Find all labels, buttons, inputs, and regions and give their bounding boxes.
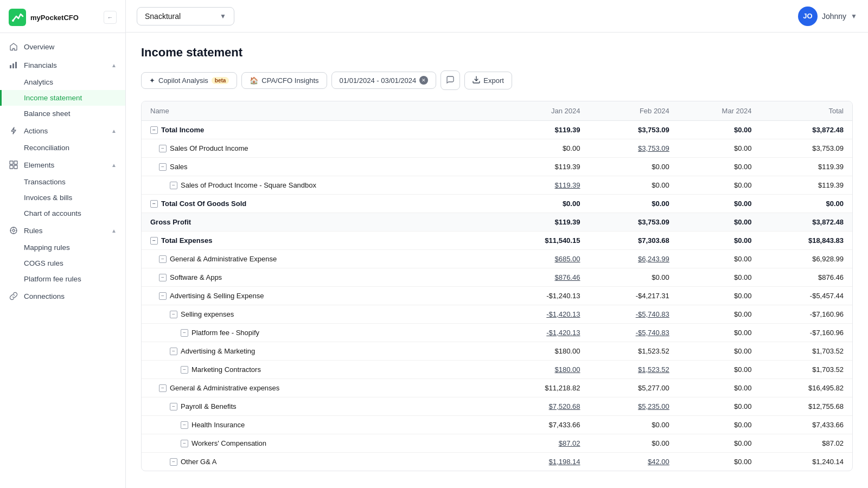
elements-chevron: ▲: [111, 162, 117, 168]
cell-feb[interactable]: $42.00: [589, 453, 678, 471]
cell-link[interactable]: -$5,740.83: [636, 329, 669, 337]
name-cell-content: Gross Profit: [150, 218, 488, 226]
date-clear-button[interactable]: ✕: [419, 76, 428, 85]
sidebar-item-transactions[interactable]: Transactions: [0, 174, 125, 190]
copilot-analysis-button[interactable]: ✦ Copilot Analysis beta: [141, 72, 237, 89]
collapse-row-button[interactable]: −: [170, 458, 177, 466]
cell-jan[interactable]: $87.02: [497, 434, 589, 453]
sidebar-collapse-button[interactable]: ←: [104, 11, 117, 24]
collapse-row-button[interactable]: −: [170, 311, 177, 318]
cell-link[interactable]: -$5,740.83: [636, 310, 669, 318]
collapse-row-button[interactable]: −: [150, 200, 158, 208]
sidebar-item-analytics[interactable]: Analytics: [0, 74, 125, 90]
collapse-row-button[interactable]: −: [159, 384, 167, 392]
cell-link[interactable]: $119.39: [554, 181, 580, 189]
cell-jan[interactable]: $1,198.14: [497, 453, 589, 471]
cell-feb[interactable]: $1,523.52: [589, 361, 678, 379]
cell-feb[interactable]: $3,753.09: [589, 139, 678, 158]
cell-link[interactable]: $5,235.00: [638, 402, 669, 410]
page-title: Income statement: [141, 46, 853, 60]
cpa-insights-button[interactable]: 🏠 CPA/CFO Insights: [241, 72, 327, 89]
name-cell-content: −Total Expenses: [150, 236, 488, 245]
collapse-row-button[interactable]: −: [181, 440, 188, 447]
cell-name: −Marketing Contractors: [142, 361, 497, 379]
cell-link[interactable]: $87.02: [559, 439, 580, 447]
sidebar-item-invoices-bills[interactable]: Invoices & bills: [0, 190, 125, 206]
copilot-label: Copilot Analysis: [158, 76, 208, 85]
cell-feb[interactable]: -$5,740.83: [589, 305, 678, 324]
cell-link[interactable]: $3,753.09: [638, 144, 669, 152]
cell-feb[interactable]: -$5,740.83: [589, 324, 678, 342]
cell-jan[interactable]: $180.00: [497, 361, 589, 379]
collapse-row-button[interactable]: −: [170, 348, 177, 355]
cell-link[interactable]: $7,520.68: [549, 402, 580, 410]
export-button[interactable]: Export: [464, 72, 512, 89]
company-selector[interactable]: Snacktural ▼: [137, 7, 234, 25]
collapse-row-button[interactable]: −: [159, 163, 167, 171]
cell-name: −Software & Apps: [142, 268, 497, 287]
collapse-icon: ←: [107, 14, 113, 21]
name-cell-content: −Other G& A: [170, 458, 488, 466]
sidebar-group-elements[interactable]: Elements ▲: [0, 156, 125, 174]
comment-icon: [446, 75, 455, 86]
sidebar-item-platform-fee-rules[interactable]: Platform fee rules: [0, 271, 125, 287]
cell-total: $3,872.48: [761, 213, 852, 232]
cell-jan[interactable]: $685.00: [497, 250, 589, 268]
collapse-row-button[interactable]: −: [181, 329, 188, 337]
collapse-row-button[interactable]: −: [159, 292, 167, 300]
table-row: −Workers' Compensation$87.02$0.00$0.00$8…: [142, 434, 852, 453]
cell-jan[interactable]: -$1,420.13: [497, 324, 589, 342]
row-label: Advertising & Marketing: [181, 347, 255, 355]
collapse-row-button[interactable]: −: [159, 274, 167, 281]
sidebar-header: myPocketCFO ←: [0, 0, 125, 33]
collapse-row-button[interactable]: −: [170, 403, 177, 410]
cell-link[interactable]: $685.00: [554, 255, 580, 263]
comment-button[interactable]: [441, 70, 460, 90]
sidebar-group-financials[interactable]: Financials ▲: [0, 56, 125, 74]
cell-feb[interactable]: $6,243.99: [589, 250, 678, 268]
sidebar-item-overview[interactable]: Overview: [0, 37, 125, 56]
user-menu[interactable]: JO Johnny ▼: [798, 7, 857, 26]
sidebar-item-cogs-rules[interactable]: COGS rules: [0, 255, 125, 271]
collapse-row-button[interactable]: −: [159, 255, 167, 263]
cell-feb[interactable]: $5,235.00: [589, 397, 678, 416]
collapse-row-button[interactable]: −: [150, 237, 158, 245]
collapse-row-button[interactable]: −: [170, 182, 177, 189]
collapse-row-button[interactable]: −: [181, 421, 188, 429]
sidebar-group-actions[interactable]: Actions ▲: [0, 121, 125, 140]
cell-name: −General & Administrative expenses: [142, 379, 497, 397]
sidebar-item-balance-sheet[interactable]: Balance sheet: [0, 106, 125, 121]
cell-mar: $0.00: [678, 361, 761, 379]
cell-link[interactable]: $876.46: [554, 273, 580, 281]
financials-chevron: ▲: [111, 62, 117, 68]
date-range-picker[interactable]: 01/01/2024 - 03/01/2024 ✕: [331, 72, 437, 89]
cell-jan[interactable]: $7,520.68: [497, 397, 589, 416]
collapse-row-button[interactable]: −: [150, 126, 158, 134]
svg-point-10: [12, 229, 15, 232]
cell-link[interactable]: -$1,420.13: [546, 310, 580, 318]
cell-link[interactable]: $42.00: [648, 458, 669, 466]
cell-jan[interactable]: $119.39: [497, 176, 589, 195]
sidebar-item-mapping-rules[interactable]: Mapping rules: [0, 240, 125, 255]
main-content: Snacktural ▼ JO Johnny ▼ Income statemen…: [126, 0, 868, 488]
rules-icon: [9, 226, 18, 235]
row-label: Platform fee - Shopify: [192, 329, 259, 337]
sidebar-group-rules[interactable]: Rules ▲: [0, 221, 125, 240]
cell-link[interactable]: $1,198.14: [549, 458, 580, 466]
cell-name: −Platform fee - Shopify: [142, 324, 497, 342]
cell-jan[interactable]: -$1,420.13: [497, 305, 589, 324]
cell-link[interactable]: $1,523.52: [638, 365, 669, 374]
cell-link[interactable]: $180.00: [554, 365, 580, 374]
collapse-row-button[interactable]: −: [181, 366, 188, 374]
cell-link[interactable]: $6,243.99: [638, 255, 669, 263]
cell-link[interactable]: -$1,420.13: [546, 329, 580, 337]
sidebar-item-income-statement[interactable]: Income statement: [0, 90, 125, 106]
avatar: JO: [798, 7, 818, 26]
company-name: Snacktural: [145, 12, 181, 21]
cell-jan[interactable]: $876.46: [497, 268, 589, 287]
sidebar-item-connections[interactable]: Connections: [0, 287, 125, 305]
collapse-row-button[interactable]: −: [159, 145, 167, 152]
sidebar-item-chart-of-accounts[interactable]: Chart of accounts: [0, 206, 125, 221]
svg-rect-5: [10, 161, 13, 164]
sidebar-item-reconciliation[interactable]: Reconciliation: [0, 140, 125, 156]
